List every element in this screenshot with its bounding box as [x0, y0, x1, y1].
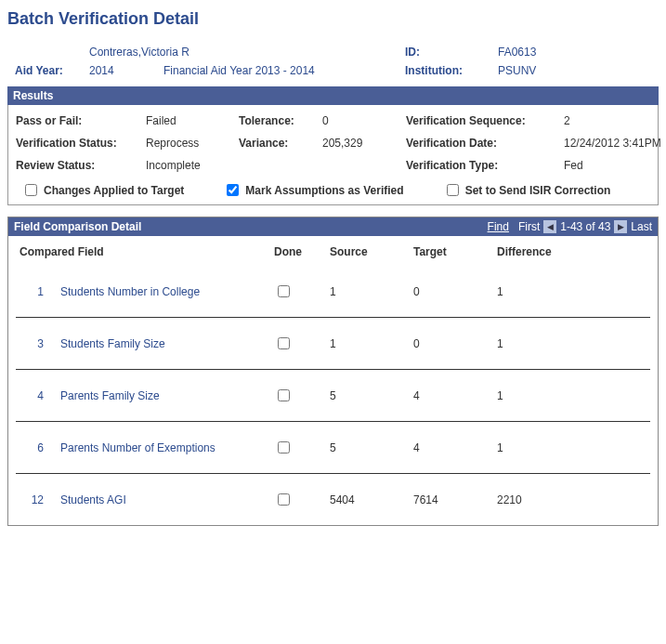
field-name-link[interactable]: Students Family Size — [60, 337, 165, 350]
target-value: 7614 — [413, 493, 497, 506]
verif-seq-value: 2 — [564, 114, 666, 127]
verif-type-value: Fed — [564, 159, 666, 172]
changes-applied-checkbox-label: Changes Applied to Target — [21, 181, 184, 199]
source-value: 5404 — [330, 493, 413, 506]
difference-value: 1 — [497, 337, 608, 350]
row-number: 6 — [14, 441, 60, 454]
table-header-row: Compared Field Done Source Target Differ… — [8, 236, 658, 266]
header-block: Contreras,Victoria R ID: FA0613 Aid Year… — [7, 46, 659, 77]
id-label: ID: — [405, 46, 498, 59]
col-source: Source — [330, 245, 413, 258]
verif-type-label: Verification Type: — [406, 159, 564, 172]
first-label[interactable]: First — [518, 220, 540, 233]
target-value: 0 — [413, 337, 497, 350]
prev-icon[interactable]: ◀ — [543, 220, 556, 233]
row-number: 4 — [14, 389, 60, 402]
verif-seq-label: Verification Sequence: — [406, 114, 564, 127]
field-comparison-title: Field Comparison Detail — [14, 220, 141, 233]
pass-fail-value: Failed — [146, 114, 239, 127]
difference-value: 1 — [497, 285, 608, 298]
institution-label: Institution: — [405, 64, 498, 77]
send-isir-checkbox[interactable] — [447, 184, 459, 196]
difference-value: 2210 — [497, 493, 608, 506]
id-value: FA0613 — [498, 46, 609, 59]
verif-status-value: Reprocess — [146, 137, 239, 150]
page-title: Batch Verification Detail — [7, 9, 659, 29]
table-row: 4Parents Family Size541 — [8, 370, 658, 421]
send-isir-checkbox-label: Set to Send ISIR Correction — [443, 181, 611, 199]
field-name-link[interactable]: Students Number in College — [60, 285, 200, 298]
variance-label: Variance: — [239, 137, 322, 150]
student-name: Contreras,Victoria R — [89, 46, 405, 59]
verif-date-label: Verification Date: — [406, 137, 564, 150]
fa-year-description: Financial Aid Year 2013 - 2014 — [163, 64, 405, 77]
next-icon[interactable]: ▶ — [614, 220, 627, 233]
source-value: 1 — [330, 337, 413, 350]
aid-year-value: 2014 — [89, 64, 163, 77]
table-row: 3Students Family Size101 — [8, 318, 658, 369]
difference-value: 1 — [497, 389, 608, 402]
source-value: 1 — [330, 285, 413, 298]
table-row: 12Students AGI540476142210 — [8, 474, 658, 525]
field-name-link[interactable]: Parents Number of Exemptions — [60, 441, 215, 454]
comparison-table: Compared Field Done Source Target Differ… — [8, 236, 658, 525]
changes-applied-text: Changes Applied to Target — [44, 184, 184, 197]
last-label[interactable]: Last — [631, 220, 652, 233]
row-number: 1 — [14, 285, 60, 298]
col-difference: Difference — [497, 245, 608, 258]
field-comparison-header: Field Comparison Detail Find First ◀ 1-4… — [8, 217, 658, 236]
find-link[interactable]: Find — [488, 220, 509, 233]
row-number: 3 — [14, 337, 60, 350]
nav-first-group: First ◀ 1-43 of 43 ▶ Last — [518, 220, 652, 233]
field-comparison-section: Field Comparison Detail Find First ◀ 1-4… — [7, 217, 659, 526]
field-name-link[interactable]: Parents Family Size — [60, 389, 160, 402]
range-label: 1-43 of 43 — [560, 220, 610, 233]
source-value: 5 — [330, 441, 413, 454]
results-section-header: Results — [7, 86, 659, 105]
target-value: 0 — [413, 285, 497, 298]
mark-assumptions-checkbox-label: Mark Assumptions as Verified — [223, 181, 403, 199]
done-checkbox[interactable] — [278, 493, 290, 506]
row-number: 12 — [14, 493, 60, 506]
mark-assumptions-text: Mark Assumptions as Verified — [245, 184, 403, 197]
difference-value: 1 — [497, 441, 608, 454]
results-box: Pass or Fail: Failed Tolerance: 0 Verifi… — [7, 105, 659, 205]
table-row: 6Parents Number of Exemptions541 — [8, 422, 658, 473]
target-value: 4 — [413, 441, 497, 454]
col-done: Done — [274, 245, 330, 258]
verif-status-label: Verification Status: — [16, 137, 146, 150]
done-checkbox[interactable] — [278, 337, 290, 349]
col-compared: Compared Field — [20, 245, 274, 258]
done-checkbox[interactable] — [278, 441, 290, 453]
done-checkbox[interactable] — [278, 285, 290, 297]
variance-value: 205,329 — [322, 137, 406, 150]
changes-applied-checkbox[interactable] — [25, 184, 37, 196]
verif-date-value: 12/24/2012 3:41PM — [564, 137, 666, 150]
review-status-value: Incomplete — [146, 159, 239, 172]
tolerance-label: Tolerance: — [239, 114, 322, 127]
institution-value: PSUNV — [498, 64, 609, 77]
target-value: 4 — [413, 389, 497, 402]
mark-assumptions-checkbox[interactable] — [227, 184, 239, 196]
pass-fail-label: Pass or Fail: — [16, 114, 146, 127]
table-row: 1Students Number in College101 — [8, 266, 658, 317]
done-checkbox[interactable] — [278, 389, 290, 401]
send-isir-text: Set to Send ISIR Correction — [465, 184, 611, 197]
col-target: Target — [413, 245, 497, 258]
tolerance-value: 0 — [322, 114, 406, 127]
field-name-link[interactable]: Students AGI — [60, 493, 126, 506]
review-status-label: Review Status: — [16, 159, 146, 172]
aid-year-label: Aid Year: — [15, 64, 89, 77]
source-value: 5 — [330, 389, 413, 402]
